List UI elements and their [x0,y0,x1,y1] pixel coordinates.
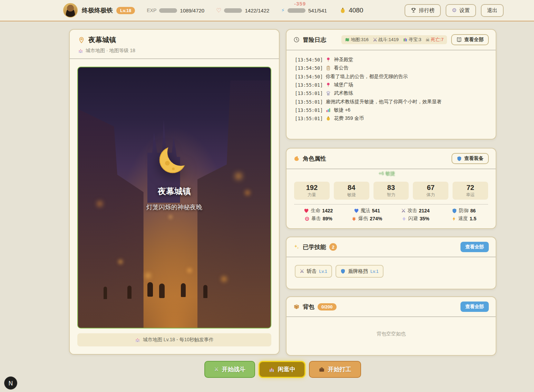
sparkles-icon [293,244,300,250]
skills-title: 已学技能 [303,243,326,251]
skill-name: 斩击 [307,268,317,275]
stat-box-敏捷: 84敏捷 [334,182,369,200]
stat-box-幸运: 72幸运 [453,182,488,200]
sub-stat-value: 89% [323,216,332,221]
log-stat-label: 寻宝:3 [409,37,421,43]
swords-icon: ⚔ [373,37,377,42]
stat-label: 敏捷 [347,192,356,198]
exit-button[interactable]: 退出 [481,4,504,17]
top-header-bar: 终极终极铁 Lv.18 EXP 1089/4720 ♡ 1422/1422 ⚡ … [0,0,534,21]
log-text: 雇佣武术教练提升敏捷，他骂了你两个小时，效果显著 [326,99,441,105]
location-pin-icon [78,37,85,44]
floating-gold-loss: -359 [294,1,306,7]
sub-stat-value: 1422 [322,208,333,213]
battle-action-button[interactable]: ⚔开始战斗 [204,361,255,378]
log-timestamp: [13:55:01] [295,82,323,88]
sub-stat-value: 1.5 [470,216,476,221]
lightning-icon: ⚡ [281,7,285,13]
sub-stat-label: 攻击 [407,208,417,214]
main-stats-row: 192力量84敏捷83智力67体力72幸运 [294,182,488,200]
log-stat-map: 地图:316 [345,37,368,43]
map-scene-image: 夜幕城镇 灯笼闪烁的神秘夜晚 [77,67,271,328]
hp-value: 1422/1422 [245,8,269,13]
sub-stat-label: 爆伤 [358,216,368,222]
uniform-icon [326,90,331,96]
stat-label: 幸运 [466,192,475,198]
castle-icon [78,48,83,54]
log-text: 花费 359 金币 [334,115,364,122]
skill-chip-盾牌格挡[interactable]: 盾牌格挡Lv.1 [336,265,383,278]
scene-name: 夜幕城镇 [158,186,191,197]
heart-outline-icon: ♡ [216,7,221,14]
skills-view-all-button[interactable]: 查看全部 [460,242,489,252]
adventure-log-panel: 冒险日志 地图:316⚔战斗:1419寻宝:3☠死亡:7 查看全部 [13:54… [286,29,496,140]
work-action-button[interactable]: 开始打工 [309,361,361,378]
briefcase-icon [319,366,325,373]
dodge-icon [401,216,407,221]
backpack-view-all-button[interactable]: 查看全部 [460,302,489,312]
log-title: 冒险日志 [303,36,326,44]
log-entry: [13:55:01]武术教练 [295,89,487,97]
leaderboard-button[interactable]: 排行榜 [405,4,441,17]
idle-action-label: 闲逛中 [278,365,295,373]
sub-stats-grid: 生命1422魔法541⚔攻击2124防御86暴击89%爆伤274%闪避35%速度… [294,208,488,222]
skill-chip-list: ⚔斩击Lv.1盾牌格挡Lv.1 [287,257,496,285]
work-action-label: 开始打工 [328,365,351,373]
moon-icon [158,142,191,175]
divider [294,204,488,204]
level-badge: Lv.18 [116,7,135,14]
shield-icon [457,156,462,161]
avatar[interactable] [63,3,78,18]
sub-stat-label: 闪避 [408,216,418,222]
exp-bar-group: EXP 1089/4720 [147,8,204,13]
moneybag-icon [326,116,331,121]
mp-value: 541/541 [308,8,327,13]
gold-value: 4080 [349,7,363,14]
scene-description: 灯笼闪烁的神秘夜晚 [146,203,202,211]
bolt-icon [452,216,457,221]
swords-icon: ⚔ [214,367,219,372]
pin-icon [326,57,331,63]
log-timestamp: [13:55:01] [295,90,323,96]
settings-button-label: 设置 [459,7,470,14]
log-entry: [13:54:50]你看了墙上的公告，都是些无聊的告示 [295,73,487,81]
sub-stat-value: 2124 [419,208,429,213]
sub-stat-value: 274% [370,216,382,221]
floating-buff-text: +6 敏捷 [379,171,395,177]
backpack-panel: 背包 0/200 查看全部 背包空空如也 [286,296,496,356]
log-entry: [13:55:01]雇佣武术教练提升敏捷，他骂了你两个小时，效果显著 [295,97,487,106]
view-equipment-button[interactable]: 查看装备 [452,153,489,164]
shield-icon [340,269,346,274]
muscle-icon [293,155,300,162]
stat-box-力量: 192力量 [294,182,330,200]
leaderboard-button-label: 排行榜 [419,7,435,14]
stat-value: 83 [387,184,395,191]
log-stat-label: 战斗:1419 [378,37,399,43]
skill-chip-斩击[interactable]: ⚔斩击Lv.1 [295,265,332,278]
log-entry: [13:55:01]花费 359 金币 [295,114,487,123]
map-subtitle: 城市地图 · 地图等级 18 [86,48,135,54]
log-entry: [13:54:50]神圣殿堂 [295,56,487,64]
idle-action-button[interactable]: 闲逛中 [259,361,305,378]
castle-icon [135,337,140,343]
settings-button[interactable]: ⚙设置 [446,4,476,17]
stat-box-体力: 67体力 [413,182,448,200]
log-stat-label: 死亡:7 [431,37,444,43]
target-icon [304,216,310,221]
log-timestamp: [13:54:50] [295,57,323,63]
log-view-all-button[interactable]: 查看全部 [451,34,489,45]
books-icon [403,37,408,42]
sub-stat-生命: 生命1422 [294,208,343,214]
dev-mode-badge[interactable]: N [4,376,17,390]
log-text: 敏捷 +6 [334,107,350,113]
sub-stat-label: 速度 [458,216,468,222]
sub-stat-速度: 速度1.5 [440,216,488,222]
log-text: 你看了墙上的公告，都是些无聊的告示 [326,74,408,80]
gear-icon: ⚙ [452,8,457,13]
map-title: 夜幕城镇 [88,35,116,45]
attributes-panel: 角色属性 查看装备 +6 敏捷 192力量84敏捷83智力67体力72幸运 生命… [286,148,496,229]
package-icon [293,304,300,310]
money-bag-icon [339,7,346,14]
stat-value: 67 [427,184,435,191]
castle-icon [269,366,275,373]
